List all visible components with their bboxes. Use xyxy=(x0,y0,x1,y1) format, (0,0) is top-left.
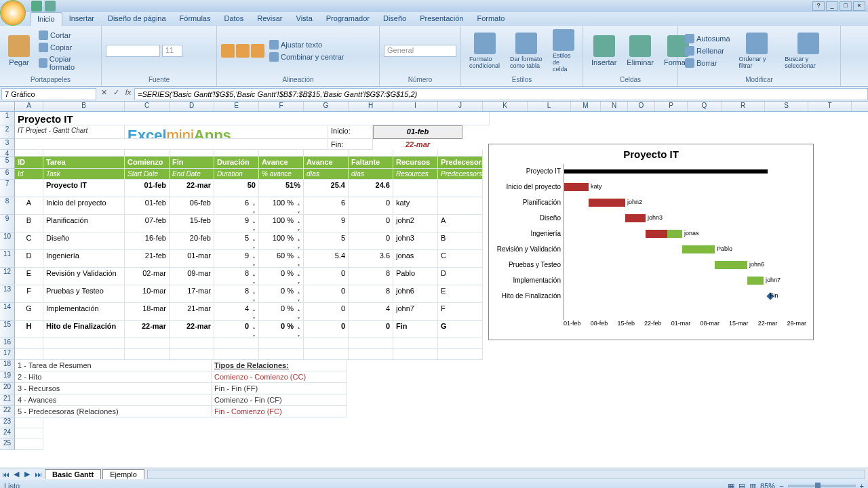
fill-button[interactable]: Rellenar xyxy=(682,45,733,57)
cell[interactable] xyxy=(349,338,393,349)
cell[interactable]: ID xyxy=(15,157,43,169)
column-header[interactable]: J xyxy=(438,102,483,111)
cell[interactable]: 0 xyxy=(214,321,259,338)
first-sheet-button[interactable]: ⏮ xyxy=(0,470,11,479)
conditional-format-button[interactable]: Formato condicional xyxy=(465,31,504,70)
row-header[interactable]: 20 xyxy=(0,383,15,394)
cell[interactable]: A xyxy=(15,197,43,215)
prev-sheet-button[interactable]: ◀ xyxy=(11,470,22,479)
cell[interactable]: Predecessors xyxy=(438,169,483,180)
format-painter-button[interactable]: Copiar formato xyxy=(36,54,97,73)
cell[interactable]: Fin - Fin (FF) xyxy=(212,383,347,394)
cell[interactable]: 50 xyxy=(214,180,259,197)
cell[interactable]: D xyxy=(438,268,483,285)
cell[interactable] xyxy=(43,349,125,360)
cell[interactable]: días xyxy=(304,169,349,180)
cell[interactable]: Comienzo - Fin (CF) xyxy=(212,394,347,406)
column-header[interactable]: B xyxy=(43,102,125,111)
chart-remaining-bar[interactable] xyxy=(715,261,747,269)
row-header[interactable]: 7 xyxy=(0,180,15,197)
row-header[interactable]: 18 xyxy=(0,360,15,371)
ribbon-tab[interactable]: Vista xyxy=(290,12,319,26)
maximize-button[interactable]: □ xyxy=(840,1,852,11)
cell[interactable]: john2 xyxy=(393,215,438,232)
cell[interactable]: días xyxy=(349,169,393,180)
cell[interactable]: C xyxy=(438,250,483,268)
cell[interactable]: 0 xyxy=(304,268,349,285)
merge-button[interactable]: Combinar y centrar xyxy=(267,51,347,63)
cell[interactable]: 22-mar xyxy=(170,321,214,338)
cell[interactable]: 9 xyxy=(214,215,259,232)
delete-cells-button[interactable]: Eliminar xyxy=(623,34,658,68)
row-header[interactable]: 21 xyxy=(0,394,15,406)
row-header[interactable]: 10 xyxy=(0,232,15,250)
cancel-formula-icon[interactable]: ✕ xyxy=(98,88,110,100)
cell[interactable]: 0 % xyxy=(259,268,304,285)
zoom-in-button[interactable]: + xyxy=(860,482,864,488)
cell[interactable]: 16-feb xyxy=(125,232,170,250)
column-header[interactable]: G xyxy=(304,102,349,111)
cell[interactable]: 51% xyxy=(259,180,304,197)
column-header[interactable]: F xyxy=(259,102,304,111)
chart-progress-bar[interactable] xyxy=(564,183,589,191)
column-header[interactable]: S xyxy=(765,102,808,111)
horizontal-scrollbar[interactable] xyxy=(147,470,865,479)
cell[interactable]: 6 xyxy=(304,197,349,215)
cell[interactable] xyxy=(304,150,349,157)
cell[interactable] xyxy=(259,349,304,360)
cell[interactable]: IT Project - Gantt Chart xyxy=(15,125,125,139)
office-button[interactable] xyxy=(0,0,26,26)
ribbon-tab[interactable]: Revisar xyxy=(250,12,289,26)
column-header[interactable]: K xyxy=(483,102,528,111)
row-header[interactable]: 5 xyxy=(0,157,15,169)
fx-icon[interactable]: fx xyxy=(122,88,134,100)
cell[interactable] xyxy=(438,150,483,157)
cell-styles-button[interactable]: Estilos de celda xyxy=(549,28,578,74)
copy-button[interactable]: Copiar xyxy=(36,41,97,54)
cell[interactable] xyxy=(393,180,438,197)
cell[interactable]: 8 xyxy=(349,285,393,303)
last-sheet-button[interactable]: ⏭ xyxy=(33,470,43,479)
cell[interactable] xyxy=(214,349,259,360)
end-date-box[interactable]: 22-mar xyxy=(373,139,462,150)
insert-cells-button[interactable]: Insertar xyxy=(587,34,620,68)
cell[interactable]: 20-feb xyxy=(170,232,214,250)
undo-icon[interactable] xyxy=(45,1,56,12)
cell[interactable]: Fin xyxy=(170,157,214,169)
font-size-combo[interactable]: 11 xyxy=(162,45,182,57)
cell[interactable]: 5.4 xyxy=(304,250,349,268)
cell[interactable]: 02-mar xyxy=(125,268,170,285)
zoom-slider[interactable] xyxy=(788,485,856,487)
cell[interactable]: 100 % xyxy=(259,197,304,215)
cell[interactable]: Inicio: xyxy=(328,125,373,139)
row-header[interactable]: 12 xyxy=(0,268,15,285)
cell[interactable]: Proyecto IT xyxy=(43,180,125,197)
cell[interactable] xyxy=(170,150,214,157)
cell[interactable]: 8 xyxy=(214,268,259,285)
column-header[interactable]: T xyxy=(808,102,852,111)
chart-summary-bar[interactable] xyxy=(564,169,768,174)
sort-filter-button[interactable]: Ordenar y filtrar xyxy=(735,31,779,70)
cell[interactable]: 6 xyxy=(214,197,259,215)
chart-remaining-bar[interactable] xyxy=(667,230,682,238)
cell[interactable] xyxy=(349,150,393,157)
column-header[interactable]: H xyxy=(349,102,393,111)
cell[interactable]: 01-mar xyxy=(170,250,214,268)
chart-remaining-bar[interactable] xyxy=(682,245,715,253)
spinner-icon[interactable] xyxy=(294,216,300,232)
column-header[interactable]: E xyxy=(214,102,259,111)
cell[interactable]: 5 - Predecesoras (Relaciones) xyxy=(15,406,212,418)
cell[interactable] xyxy=(304,349,349,360)
row-header[interactable]: 3 xyxy=(0,139,15,150)
cell[interactable]: G xyxy=(15,303,43,321)
spinner-icon[interactable] xyxy=(249,234,256,250)
cell[interactable] xyxy=(170,349,214,360)
row-header[interactable]: 9 xyxy=(0,215,15,232)
cell[interactable] xyxy=(15,150,43,157)
spinner-icon[interactable] xyxy=(294,304,300,321)
cell[interactable]: 60 % xyxy=(259,250,304,268)
sheet-tab[interactable]: Basic Gantt xyxy=(45,469,101,479)
chart-progress-bar[interactable] xyxy=(646,230,667,238)
cell[interactable]: Pruebas y Testeo xyxy=(43,285,125,303)
ribbon-tab[interactable]: Formato xyxy=(470,12,511,26)
